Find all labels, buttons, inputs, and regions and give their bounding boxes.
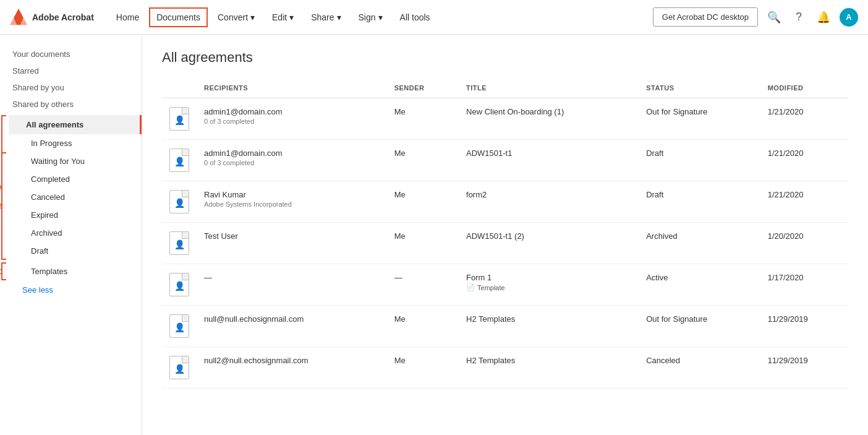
title-cell: New Client On-boarding (1)	[459, 98, 639, 140]
sidebar-draft[interactable]: Draft	[9, 242, 142, 260]
recipient-cell: —	[197, 264, 387, 306]
nav-home[interactable]: Home	[109, 7, 147, 27]
group-c-label: C	[0, 268, 2, 275]
table-row[interactable]: 👤admin1@domain.com0 of 3 completedMeNew …	[162, 98, 848, 140]
recipient-sub: 0 of 3 completed	[204, 118, 380, 125]
col-status: Status	[639, 78, 760, 98]
app-name-label: Adobe Acrobat	[32, 12, 94, 22]
sign-chevron-icon: ▾	[378, 12, 383, 22]
doc-icon-cell: 👤	[162, 181, 197, 223]
template-icon: 📄	[466, 283, 475, 291]
agreement-title: H2 Templates	[466, 356, 631, 365]
sidebar-all-agreements[interactable]: All agreements	[9, 115, 142, 134]
table-row[interactable]: 👤——Form 1📄TemplateActive1/17/2020	[162, 264, 848, 306]
doc-icon-cell: 👤	[162, 98, 197, 140]
adobe-logo-icon	[10, 9, 27, 26]
main-content: All agreements Recipients Sender Title S…	[142, 35, 868, 435]
sidebar-waiting-for-you[interactable]: Waiting for You	[9, 152, 142, 170]
status-cell: Active	[639, 264, 760, 306]
col-title: Title	[459, 78, 639, 98]
doc-person-icon: 👤	[174, 198, 185, 208]
recipient-cell: null2@null.echosignmail.com	[197, 347, 387, 389]
title-cell: ADW1501-t1 (2)	[459, 223, 639, 264]
sidebar-expired[interactable]: Expired	[9, 206, 142, 224]
modified-cell: 11/29/2019	[760, 306, 848, 347]
sidebar: Your documents Starred Shared by you Sha…	[0, 35, 142, 435]
agreement-title: H2 Templates	[466, 314, 631, 324]
title-cell: ADW1501-t1	[459, 140, 639, 181]
status-cell: Out for Signature	[639, 98, 760, 140]
logo-area[interactable]: Adobe Acrobat	[10, 9, 94, 26]
user-avatar[interactable]: A	[840, 8, 858, 27]
help-icon[interactable]: ?	[790, 9, 807, 26]
sidebar-your-documents[interactable]: Your documents	[0, 45, 142, 61]
status-cell: Draft	[639, 140, 760, 181]
sender-cell: Me	[387, 306, 459, 347]
sidebar-completed[interactable]: Completed	[9, 170, 142, 188]
top-navigation: Adobe Acrobat Home Documents Convert ▾ E…	[0, 0, 868, 35]
nav-share[interactable]: Share ▾	[304, 7, 348, 27]
table-row[interactable]: 👤Ravi KumarAdobe Systems IncorporatedMef…	[162, 181, 848, 223]
doc-icon: 👤	[169, 273, 189, 296]
recipient-sub: 0 of 3 completed	[204, 159, 380, 166]
recipient-sub: Adobe Systems Incorporated	[204, 200, 380, 208]
recipient-name: —	[204, 273, 380, 282]
nav-all-tools[interactable]: All tools	[393, 7, 438, 27]
doc-icon: 👤	[169, 107, 189, 131]
sidebar-shared-by-others[interactable]: Shared by others	[0, 95, 142, 111]
sidebar-starred[interactable]: Starred	[0, 61, 142, 78]
doc-icon: 👤	[169, 149, 189, 172]
table-row[interactable]: 👤null2@null.echosignmail.comMeH2 Templat…	[162, 347, 848, 389]
sidebar-archived[interactable]: Archived	[9, 224, 142, 242]
sender-cell: Me	[387, 223, 459, 264]
notifications-icon[interactable]: 🔔	[815, 9, 832, 26]
nav-right-area: Get Acrobat DC desktop 🔍 ? 🔔 A	[653, 7, 858, 27]
doc-icon-cell: 👤	[162, 140, 197, 181]
sidebar-shared-by-you[interactable]: Shared by you	[0, 78, 142, 95]
sidebar-canceled[interactable]: Canceled	[9, 188, 142, 206]
table-row[interactable]: 👤Test UserMeADW1501-t1 (2)Archived1/20/2…	[162, 223, 848, 264]
nav-sign[interactable]: Sign ▾	[351, 7, 390, 27]
doc-icon-cell: 👤	[162, 223, 197, 264]
recipient-cell: null@null.echosignmail.com	[197, 306, 387, 347]
title-cell: form2	[459, 181, 639, 223]
agreement-title: Form 1	[466, 273, 631, 282]
col-sender: Sender	[387, 78, 459, 98]
title-cell: H2 Templates	[459, 306, 639, 347]
title-cell: Form 1📄Template	[459, 264, 639, 306]
search-icon[interactable]: 🔍	[765, 9, 783, 26]
modified-cell: 11/29/2019	[760, 347, 848, 389]
nav-convert[interactable]: Convert ▾	[210, 7, 262, 27]
recipient-name: Test User	[204, 231, 380, 241]
sender-cell: Me	[387, 347, 459, 389]
nav-edit[interactable]: Edit ▾	[265, 7, 301, 27]
col-recipients: Recipients	[197, 78, 387, 98]
recipient-cell: Ravi KumarAdobe Systems Incorporated	[197, 181, 387, 223]
get-desktop-button[interactable]: Get Acrobat DC desktop	[653, 7, 758, 27]
doc-person-icon: 👤	[174, 115, 185, 125]
table-row[interactable]: 👤null@null.echosignmail.comMeH2 Template…	[162, 306, 848, 347]
recipient-name: null2@null.echosignmail.com	[204, 356, 380, 365]
modified-cell: 1/21/2020	[760, 140, 848, 181]
table-row[interactable]: 👤admin1@domain.com0 of 3 completedMeADW1…	[162, 140, 848, 181]
share-chevron-icon: ▾	[337, 12, 341, 22]
recipient-name: null@null.echosignmail.com	[204, 314, 380, 324]
group-a-label: A	[0, 184, 2, 191]
nav-documents[interactable]: Documents	[149, 7, 208, 27]
see-less-link[interactable]: See less	[0, 280, 142, 299]
agreement-title: New Client On-boarding (1)	[466, 107, 631, 116]
doc-person-icon: 👤	[174, 322, 185, 332]
sender-cell: Me	[387, 181, 459, 223]
col-icon	[162, 78, 197, 98]
nav-items: Home Documents Convert ▾ Edit ▾ Share ▾ …	[109, 7, 653, 27]
doc-icon: 👤	[169, 356, 189, 379]
doc-icon: 👤	[169, 231, 189, 255]
doc-icon: 👤	[169, 190, 189, 213]
sidebar-in-progress[interactable]: In Progress	[9, 134, 142, 152]
recipient-name: Ravi Kumar	[204, 190, 380, 199]
col-modified: Modified	[760, 78, 848, 98]
recipient-cell: admin1@domain.com0 of 3 completed	[197, 98, 387, 140]
status-cell: Out for Signature	[639, 306, 760, 347]
recipient-name: admin1@domain.com	[204, 149, 380, 158]
sidebar-templates[interactable]: Templates	[9, 262, 142, 280]
